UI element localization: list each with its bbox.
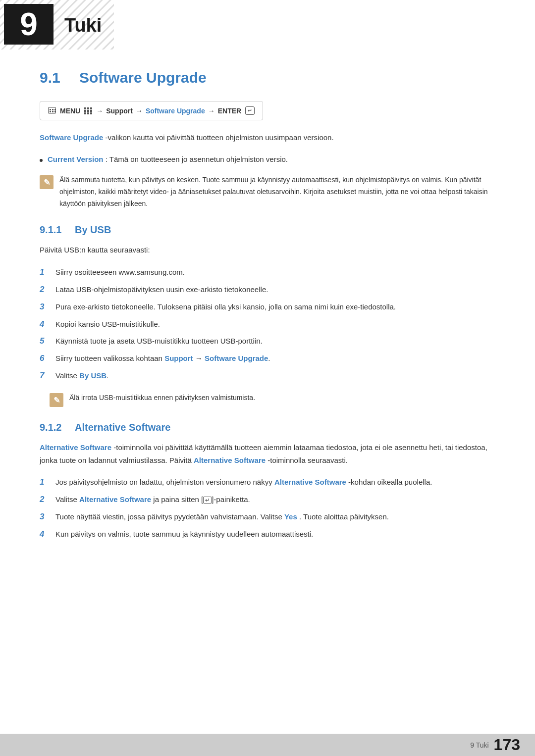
alt-steps: 1 Jos päivitysohjelmisto on ladattu, ohj… <box>40 475 495 542</box>
alt-software-bold-2: Alternative Software <box>194 456 266 464</box>
bullet-item-current-version: Current Version : Tämä on tuotteeseen jo… <box>40 153 495 166</box>
alt-step3-text-start: Tuote näyttää viestin, jossa päivitys py… <box>55 512 284 521</box>
svg-rect-4 <box>50 111 51 112</box>
svg-text:✎: ✎ <box>44 178 50 187</box>
nav-grid-icon <box>84 107 92 114</box>
nav-arrow2: → <box>136 107 143 115</box>
section-9-1: 9.1 Software Upgrade MENU <box>40 69 495 209</box>
svg-rect-9 <box>84 107 86 109</box>
footer-page-number: 173 <box>494 736 520 754</box>
bullet-list: Current Version : Tämä on tuotteeseen jo… <box>40 153 495 166</box>
step-7: 7 Valitse By USB. <box>40 369 495 383</box>
menu-icon <box>48 107 57 115</box>
alt-step-4: 4 Kun päivitys on valmis, tuote sammuu j… <box>40 527 495 542</box>
svg-rect-13 <box>87 110 89 112</box>
software-upgrade-bold: Software Upgrade <box>40 133 103 142</box>
chapter-number: 9 <box>20 8 38 40</box>
alt-step2-bold: Alternative Software <box>79 495 151 504</box>
nav-path: MENU → Support <box>40 101 263 120</box>
alt-step1-text-start: Jos päivitysohjelmisto on ladattu, ohjel… <box>55 478 274 486</box>
alt-step1-text-end: -kohdan oikealla puolella. <box>348 478 432 486</box>
step-6: 6 Siirry tuotteen valikossa kohtaan Supp… <box>40 352 495 366</box>
nav-support: Support <box>106 107 133 115</box>
nav-enter-label: ENTER <box>218 107 241 115</box>
footer-section-label: 9 Tuki <box>470 741 488 749</box>
enter-icon: ↵ <box>245 106 255 115</box>
svg-text:✎: ✎ <box>54 396 60 404</box>
svg-rect-5 <box>52 109 54 110</box>
nav-menu: MENU <box>60 107 80 115</box>
nav-software-upgrade: Software Upgrade <box>146 107 205 115</box>
alt-step-2: 2 Valitse Alternative Software ja paina … <box>40 493 495 507</box>
by-usb-steps: 1 Siirry osoitteeseen www.samsung.com. 2… <box>40 265 495 383</box>
section-9-1-title: Software Upgrade <box>79 69 207 86</box>
svg-rect-7 <box>54 109 56 110</box>
step-4: 4 Kopioi kansio USB-muistitikulle. <box>40 317 495 332</box>
alt-software-bold-1: Alternative Software <box>40 443 111 452</box>
intro-text: -valikon kautta voi päivittää tuotteen o… <box>106 133 334 142</box>
svg-rect-11 <box>90 107 92 109</box>
svg-rect-15 <box>84 112 86 114</box>
svg-rect-10 <box>87 107 89 109</box>
note-text-usb: Älä irrota USB-muistitikkua ennen päivit… <box>69 392 255 404</box>
section-9-1-1: 9.1.1 By USB Päivitä USB:n kautta seuraa… <box>40 224 495 407</box>
by-usb-intro: Päivitä USB:n kautta seuraavasti: <box>40 244 495 256</box>
step-5: 5 Käynnistä tuote ja aseta USB-muistitik… <box>40 334 495 349</box>
enter-button-icon: ↵ <box>203 497 212 504</box>
svg-rect-16 <box>87 112 89 114</box>
svg-rect-3 <box>50 109 51 110</box>
alt-software-intro: Alternative Software -toiminnolla voi pä… <box>40 441 495 466</box>
note-icon-1: ✎ <box>40 175 54 189</box>
section-9-1-intro: Software Upgrade -valikon kautta voi päi… <box>40 131 495 144</box>
step-2: 2 Lataa USB-ohjelmistopäivityksen uusin … <box>40 283 495 297</box>
svg-rect-6 <box>52 111 54 112</box>
alt-step4-text: Kun päivitys on valmis, tuote sammuu ja … <box>55 528 313 541</box>
step-1: 1 Siirry osoitteeseen www.samsung.com. <box>40 265 495 280</box>
section-9-1-number: 9.1 <box>40 69 69 86</box>
alt-step2-text-start: Valitse <box>55 495 79 504</box>
alt-step3-bold: Yes <box>284 512 297 521</box>
current-version-label: Current Version <box>48 155 104 163</box>
step-3: 3 Pura exe-arkisto tietokoneelle. Tuloks… <box>40 300 495 314</box>
alt-step-1: 1 Jos päivitysohjelmisto on ladattu, ohj… <box>40 475 495 490</box>
alt-intro-text2: -toiminnolla seuraavasti. <box>268 456 348 464</box>
section-9-1-2: 9.1.2 Alternative Software Alternative S… <box>40 422 495 542</box>
svg-rect-17 <box>90 112 92 114</box>
svg-rect-12 <box>84 110 86 112</box>
svg-rect-8 <box>54 111 56 112</box>
nav-arrow1: → <box>96 107 103 115</box>
nav-arrow3: → <box>208 107 215 115</box>
note-icon-usb: ✎ <box>50 393 63 407</box>
note-text-1: Älä sammuta tuotetta, kun päivitys on ke… <box>59 174 495 209</box>
svg-rect-14 <box>90 110 92 112</box>
subsection-9-1-2-number: 9.1.2 <box>40 422 67 433</box>
subsection-9-1-1-number: 9.1.1 <box>40 224 67 236</box>
alt-step-3: 3 Tuote näyttää viestin, jossa päivitys … <box>40 510 495 524</box>
note-box-usb: ✎ Älä irrota USB-muistitikkua ennen päiv… <box>50 392 495 407</box>
current-version-text: : Tämä on tuotteeseen jo asennetun ohjel… <box>106 155 288 163</box>
alt-step3-text-end: . Tuote aloittaa päivityksen. <box>299 512 389 521</box>
bullet-dot <box>40 159 43 162</box>
note-box-1: ✎ Älä sammuta tuotetta, kun päivitys on … <box>40 174 495 209</box>
footer: 9 Tuki 173 <box>0 734 535 756</box>
alt-step1-bold: Alternative Software <box>274 478 346 486</box>
subsection-9-1-2-title: Alternative Software <box>75 422 170 433</box>
chapter-title: Tuki <box>64 15 102 36</box>
subsection-9-1-1-title: By USB <box>75 224 111 236</box>
